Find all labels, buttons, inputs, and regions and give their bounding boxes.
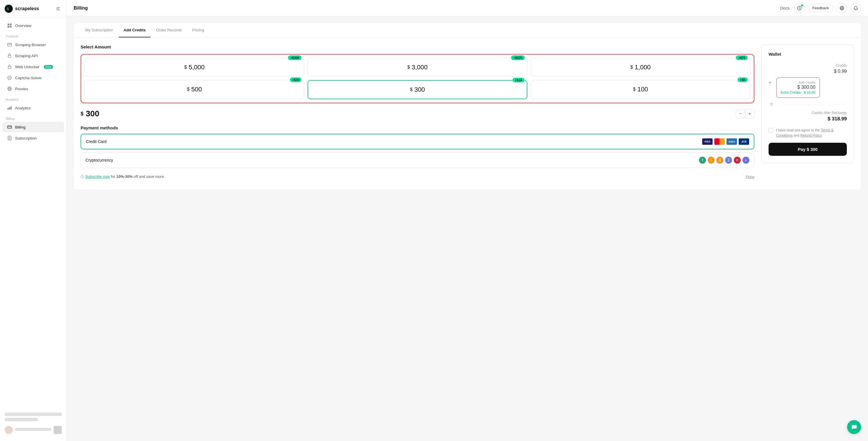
svg-rect-9 (7, 43, 11, 46)
tab-add-credits[interactable]: Add Credits (119, 23, 151, 37)
refund-link[interactable]: Refund Policy (800, 134, 821, 138)
billing-section-label: Billing (0, 113, 66, 122)
stripe-icon: ≡ (742, 157, 749, 164)
sidebar-blurred-1 (5, 413, 62, 416)
wallet-add-row: + Add Credits $ 300.00 Extra Credits: $ … (769, 78, 847, 98)
lock-icon (7, 53, 12, 58)
tab-my-subscription[interactable]: My Subscription (81, 23, 118, 37)
amount-card-3000[interactable]: +$225 $ 3,000 (308, 58, 527, 77)
extra-credits-label: Extra Credits: (781, 90, 802, 95)
sidebar-user-avatar-sm (54, 426, 62, 434)
sidebar-item-label: Overview (15, 24, 31, 28)
sidebar-item-captcha-solver[interactable]: Captcha Solver (2, 72, 64, 83)
history-btn[interactable] (794, 3, 805, 13)
amount-card-100[interactable]: +$5 $ 100 (531, 80, 750, 99)
crypto-icons: T ⚡ ₿ Ξ P ≡ (699, 157, 749, 164)
stepper-increment[interactable]: + (745, 109, 754, 118)
amount-card-5000[interactable]: +$400 $ 5,000 (85, 58, 304, 77)
svg-rect-18 (9, 107, 10, 110)
payment-title: Payment methods (81, 125, 754, 130)
sidebar: S scrapeless Overview Products Scraping … (0, 0, 67, 441)
credits-label: Credits (779, 63, 847, 68)
sidebar-item-scraping-api[interactable]: Scraping API (2, 51, 64, 61)
sidebar-item-web-unlocker[interactable]: Web Unlocker Beta (2, 61, 64, 72)
extra-credits: Extra Credits: $ 18.00 (781, 90, 815, 95)
price-link[interactable]: Price (746, 175, 754, 179)
amount-badge-500: +$30 (290, 78, 302, 82)
sidebar-item-subscription[interactable]: Subscription (2, 133, 64, 143)
credits-after-value: $ 318.99 (779, 116, 847, 122)
poli-icon: P (734, 157, 741, 164)
products-section-label: Products (0, 31, 66, 39)
tab-pricing[interactable]: Pricing (188, 23, 209, 37)
amount-value-3000: $ 3,000 (312, 63, 522, 71)
bar-chart-icon (7, 105, 12, 111)
amount-card-300[interactable]: +$18 $ 300 (308, 80, 527, 99)
amount-value-100: $ 100 (536, 86, 745, 93)
svg-text:S: S (7, 7, 9, 11)
pay-button[interactable]: Pay $ 300 (769, 143, 847, 156)
sidebar-item-analytics[interactable]: Analytics (2, 103, 64, 113)
scrapeless-logo: S (5, 5, 13, 13)
custom-amount-row: $ 300 − + (81, 109, 754, 118)
wallet-add-credits: Add Credits $ 300.00 Extra Credits: $ 18… (776, 78, 820, 98)
sidebar-item-scraping-browser[interactable]: Scraping Browser (2, 39, 64, 50)
amount-badge-3000: +$225 (511, 55, 525, 60)
analytics-section-label: Analytics (0, 94, 66, 102)
credit-card-label: Credit Card (86, 139, 702, 144)
sidebar-item-billing[interactable]: Billing (2, 122, 64, 132)
credits-after-label: Credits After Recharge (779, 111, 847, 115)
payment-crypto[interactable]: Cryptocurrency T ⚡ ₿ Ξ P ≡ (81, 152, 754, 168)
svg-rect-3 (57, 8, 59, 9)
language-btn[interactable] (837, 3, 847, 13)
sidebar-item-label: Subscription (15, 136, 36, 140)
add-credits-value: $ 300.00 (781, 85, 815, 90)
add-credits-label: Add Credits (781, 81, 815, 84)
notifications-btn[interactable] (850, 3, 861, 13)
subscribe-now-link[interactable]: Subscribe now (85, 174, 110, 179)
tab-order-records[interactable]: Order Records (152, 23, 187, 37)
svg-rect-2 (57, 7, 60, 8)
custom-amount-display: $ 300 (81, 109, 99, 118)
amex-icon: AMEX (726, 138, 737, 145)
svg-rect-19 (11, 106, 12, 110)
amount-card-500[interactable]: +$30 $ 500 (85, 80, 304, 99)
file-text-icon (7, 136, 12, 141)
extra-credits-value: $ 18.00 (804, 90, 815, 95)
svg-rect-4 (57, 9, 60, 10)
feedback-button[interactable]: Feedback (808, 4, 833, 12)
amount-value-1000: $ 1,000 (536, 63, 745, 71)
stepper-decrement[interactable]: − (736, 109, 745, 118)
wallet-divider (779, 104, 847, 105)
sidebar-user-blurred (15, 428, 51, 431)
amount-badge-100: +$5 (738, 78, 748, 82)
sidebar-avatar (5, 426, 13, 434)
select-amount-title: Select Amount (81, 45, 754, 49)
amount-card-1000[interactable]: +$70 $ 1,000 (531, 58, 750, 77)
sidebar-item-label: Scraping Browser (15, 42, 46, 47)
docs-link[interactable]: Docs (780, 6, 789, 10)
page-title: Billing (74, 5, 88, 11)
payment-credit-card[interactable]: Credit Card VISA AMEX JCB (81, 134, 754, 149)
billing-wrapper: Select Amount +$400 $ 5,000 +$225 (74, 37, 861, 190)
credits-value: $ 0.99 (779, 69, 847, 74)
tabs-container: My Subscription Add Credits Order Record… (74, 23, 861, 37)
crypto-label: Cryptocurrency (86, 158, 699, 163)
amount-value-500: $ 500 (90, 86, 299, 93)
sidebar-item-label: Web Unlocker (15, 65, 40, 69)
svg-rect-5 (7, 24, 9, 25)
sidebar-blurred-2 (5, 418, 38, 421)
agree-row: I have read and agree to the Terms & Con… (769, 128, 847, 138)
sidebar-item-overview[interactable]: Overview (2, 20, 64, 31)
visa-icon: VISA (702, 138, 713, 145)
discount-text: 10%-30% (116, 174, 132, 179)
sidebar-item-label: Captcha Solver (15, 76, 42, 80)
chat-button[interactable] (847, 420, 861, 434)
sidebar-toggle[interactable] (55, 5, 62, 12)
amount-grid-wrapper: +$400 $ 5,000 +$225 $ 3,000 +$70 $ 1,000 (81, 54, 754, 103)
eth-icon: Ξ (725, 157, 732, 164)
wallet-result-item: Credits After Recharge $ 318.99 (779, 111, 847, 122)
page-content: My Subscription Add Credits Order Record… (67, 16, 868, 441)
sidebar-item-proxies[interactable]: Proxies (2, 84, 64, 94)
agree-checkbox[interactable] (769, 128, 773, 133)
